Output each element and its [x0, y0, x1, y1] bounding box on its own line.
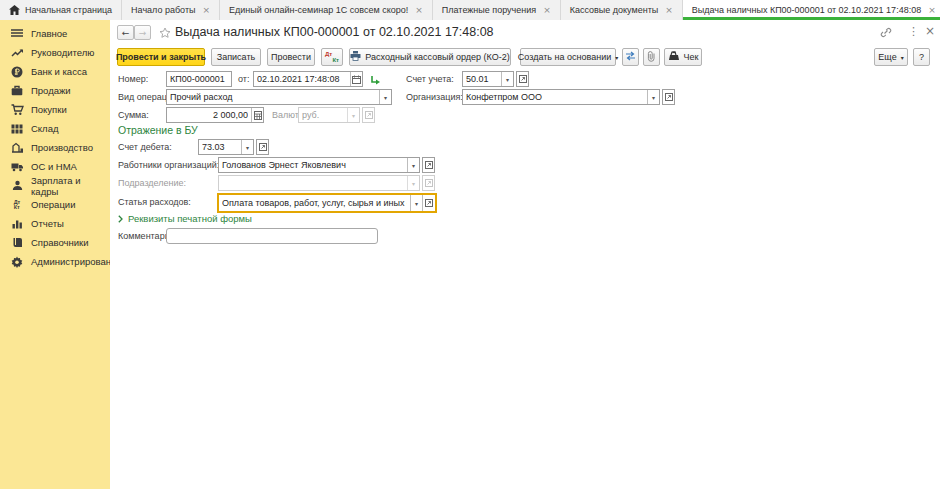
tab-payment-orders[interactable]: Платежные поручения ×	[433, 0, 561, 20]
debit-account-label: Счет дебета:	[118, 142, 172, 152]
close-icon[interactable]: ×	[543, 5, 551, 15]
more-label: Еще	[878, 52, 896, 62]
close-icon[interactable]: ×	[415, 5, 423, 15]
tab-seminar[interactable]: Единый онлайн-семинар 1С совсем скоро! ×	[220, 0, 433, 20]
account-label: Счет учета:	[406, 74, 454, 84]
sidebar-item-fixed-assets[interactable]: ОС и НМА	[0, 157, 110, 176]
amount-field	[166, 107, 264, 123]
number-input[interactable]	[167, 72, 231, 86]
save-button[interactable]: Записать	[211, 48, 261, 66]
debit-account-select[interactable]	[199, 140, 241, 154]
tab-cash-documents[interactable]: Кассовые документы ×	[561, 0, 683, 20]
calendar-icon[interactable]	[350, 72, 362, 86]
close-icon[interactable]: ×	[928, 5, 936, 15]
org-label: Организация:	[406, 92, 463, 102]
create-based-button[interactable]: Создать на основании ▾	[520, 48, 616, 66]
dtkt-icon: ДтКт	[10, 198, 24, 211]
sidebar-item-reports[interactable]: Отчеты	[0, 214, 110, 233]
chevron-down-icon[interactable]: ▾	[647, 90, 659, 104]
more-button[interactable]: Еще ▾	[874, 48, 908, 66]
post-and-close-button[interactable]: Провести и закрыть	[117, 48, 205, 66]
chevron-down-icon[interactable]: ▾	[501, 72, 513, 86]
department-select[interactable]	[219, 176, 407, 190]
gear-icon	[10, 255, 24, 268]
sidebar-item-directories[interactable]: Справочники	[0, 233, 110, 252]
chevron-down-icon[interactable]: ▾	[410, 195, 422, 211]
org-select[interactable]	[463, 90, 647, 104]
open-icon[interactable]	[422, 175, 435, 191]
sidebar-item-administration[interactable]: Администрирование	[0, 252, 110, 271]
tab-home[interactable]: Начальная страница	[0, 0, 122, 20]
expense-item-field: ▾	[217, 193, 437, 213]
tab-label: Кассовые документы	[570, 5, 659, 15]
cart-icon	[10, 103, 24, 116]
chevron-down-icon[interactable]: ▾	[347, 108, 359, 122]
open-icon[interactable]	[362, 107, 375, 123]
truck-icon	[10, 160, 24, 173]
sidebar-item-manager[interactable]: Руководителю	[0, 43, 110, 62]
sidebar-item-label: Руководителю	[31, 47, 94, 58]
document-area: ← → Выдача наличных КП00-000001 от 02.10…	[110, 20, 940, 489]
dtkt-button[interactable]: Дт Кт	[321, 48, 343, 66]
sidebar-item-label: Главное	[31, 28, 67, 39]
expense-item-label: Статья расходов:	[118, 197, 191, 207]
employee-label: Работники организаций:	[118, 160, 219, 170]
chevron-down-icon: ▾	[901, 54, 904, 61]
open-icon[interactable]	[256, 139, 269, 155]
chevron-down-icon[interactable]: ▾	[379, 90, 391, 104]
sidebar-item-operations[interactable]: ДтКт Операции	[0, 195, 110, 214]
amount-input[interactable]	[167, 108, 251, 122]
open-icon[interactable]	[516, 71, 529, 87]
expense-item-select[interactable]	[219, 195, 410, 211]
sidebar-item-warehouse[interactable]: Склад	[0, 119, 110, 138]
grid-icon	[10, 122, 24, 135]
department-label: Подразделение:	[118, 178, 186, 188]
attach-button[interactable]	[643, 48, 660, 66]
post-button[interactable]: Провести	[267, 48, 315, 66]
back-button[interactable]: ←	[117, 25, 134, 40]
date-field	[253, 71, 363, 87]
cash-register-icon	[668, 51, 680, 63]
close-icon[interactable]: ×	[665, 5, 673, 15]
chevron-down-icon[interactable]: ▾	[241, 140, 253, 154]
print-details-label: Реквизиты печатной формы	[128, 213, 252, 224]
check-button[interactable]: Чек	[664, 48, 702, 66]
menu-dots-icon[interactable]: ⋮	[908, 26, 919, 37]
chevron-down-icon[interactable]: ▾	[407, 158, 419, 172]
account-input[interactable]	[463, 72, 501, 86]
sidebar-item-salary-hr[interactable]: Зарплата и кадры	[0, 176, 110, 195]
tab-getting-started[interactable]: Начало работы ×	[122, 0, 220, 20]
calculator-icon[interactable]	[251, 108, 263, 122]
date-input[interactable]	[254, 72, 350, 86]
edo-exchange-button[interactable]	[622, 48, 639, 66]
chevron-down-icon: ▾	[615, 54, 618, 61]
open-icon[interactable]	[662, 89, 675, 105]
open-icon[interactable]	[422, 195, 435, 211]
sidebar-item-sales[interactable]: Продажи	[0, 81, 110, 100]
chart-icon	[10, 217, 24, 230]
employee-select[interactable]	[219, 158, 407, 172]
tab-cash-withdrawal[interactable]: Выдача наличных КП00-000001 от 02.10.202…	[683, 0, 940, 20]
chevron-down-icon[interactable]: ▾	[407, 176, 419, 190]
close-icon[interactable]: ×	[925, 26, 935, 37]
sidebar-item-production[interactable]: Производство	[0, 138, 110, 157]
account-field: ▾	[462, 71, 514, 87]
currency-select[interactable]	[299, 108, 347, 122]
favorite-star-icon[interactable]	[159, 25, 171, 43]
comment-input[interactable]	[166, 228, 378, 244]
sidebar-item-bank-cash[interactable]: Банк и касса	[0, 62, 110, 81]
forward-button[interactable]: →	[134, 25, 151, 40]
open-icon[interactable]	[422, 157, 435, 173]
link-icon[interactable]	[880, 27, 892, 40]
sidebar-item-label: Администрирование	[31, 256, 122, 267]
department-field: ▾	[218, 175, 420, 191]
help-button[interactable]: ?	[913, 48, 930, 66]
print-details-toggle[interactable]: Реквизиты печатной формы	[118, 213, 252, 224]
sidebar-item-purchases[interactable]: Покупки	[0, 100, 110, 119]
section-bu-header: Отражение в БУ	[118, 124, 198, 136]
close-icon[interactable]: ×	[203, 5, 211, 15]
operation-select[interactable]	[167, 90, 379, 104]
cash-order-button[interactable]: Расходный кассовый ордер (КО-2)	[349, 48, 511, 66]
tab-label: Начальная страница	[25, 5, 112, 15]
sidebar-item-main[interactable]: Главное	[0, 24, 110, 43]
